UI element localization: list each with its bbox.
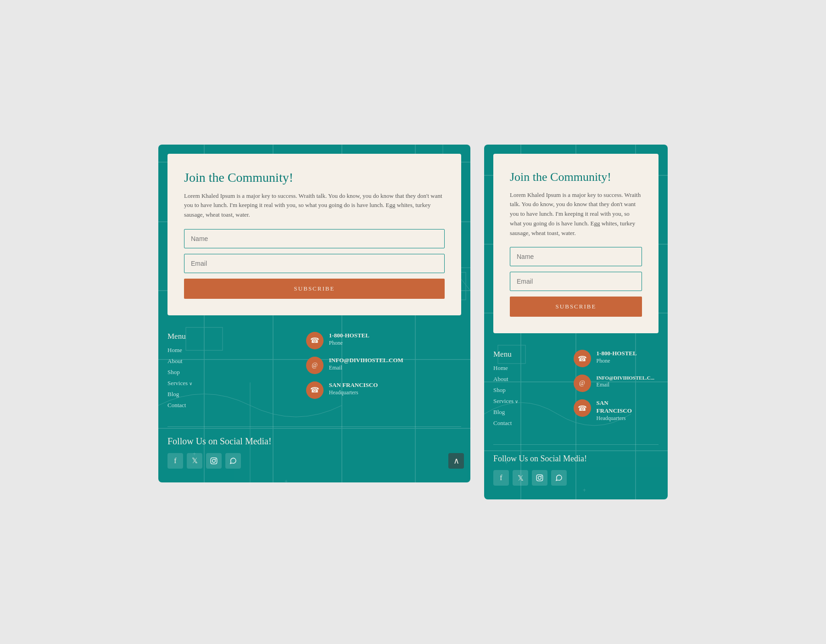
right-menu-blog[interactable]: Blog [493, 409, 564, 416]
left-contact-hq: ☎ SAN FRANCISCO Headquarters [306, 381, 461, 399]
svg-point-36 [538, 476, 541, 480]
right-hq-label: Headquarters [597, 415, 632, 422]
left-email-input[interactable] [184, 254, 445, 273]
right-contact-hq: ☎ SANFRANCISCO Headquarters [574, 399, 659, 422]
left-scroll-top-button[interactable]: ∧ [448, 453, 464, 469]
right-facebook-icon[interactable]: f [493, 470, 509, 486]
left-contact-phone: ☎ 1-800-HOSTEL Phone [306, 332, 461, 349]
left-email-address: INFO@DIVIHOSTEL.COM [329, 357, 403, 364]
right-subscribe-desc: Lorem Khaled Ipsum is a major key to suc… [510, 190, 642, 238]
right-subscribe-card: Join the Community! Lorem Khaled Ipsum i… [493, 154, 659, 334]
right-social-section: Follow Us on Social Media! f 𝕏 [493, 444, 659, 486]
left-subscribe-button[interactable]: SUBSCRIBE [184, 279, 445, 299]
right-contact-col: ☎ 1-800-HOSTEL Phone @ INFO@DIVIHOSTEL.C… [574, 350, 659, 431]
left-email-icon-wrap: @ [306, 357, 324, 374]
right-email-label: Email [597, 381, 654, 388]
left-subscribe-desc: Lorem Khaled Ipsum is a major key to suc… [184, 191, 445, 220]
right-menu-services[interactable]: Services [493, 398, 564, 405]
left-hq-icon-wrap: ☎ [306, 381, 324, 399]
svg-point-21 [215, 459, 216, 459]
right-contact-email: @ INFO@DIVIHOSTEL.C... Email [574, 375, 659, 392]
left-contact-email: @ INFO@DIVIHOSTEL.COM Email [306, 357, 461, 374]
left-email-label: Email [329, 364, 403, 371]
right-menu-col: Menu Home About Shop Services Blog Conta… [493, 350, 564, 431]
right-menu-shop[interactable]: Shop [493, 386, 564, 394]
right-hq-text: SANFRANCISCO Headquarters [597, 399, 632, 422]
right-menu-heading: Menu [493, 350, 564, 359]
right-menu-contact[interactable]: Contact [493, 420, 564, 427]
right-email-address: INFO@DIVIHOSTEL.C... [597, 375, 654, 381]
left-phone-number: 1-800-HOSTEL [329, 332, 369, 340]
left-social-heading: Follow Us on Social Media! [167, 436, 461, 447]
right-instagram-icon[interactable] [532, 470, 547, 486]
left-instagram-icon[interactable] [206, 453, 222, 469]
svg-rect-19 [211, 458, 217, 464]
right-social-icons: f 𝕏 [493, 470, 659, 486]
left-contact-col: ☎ 1-800-HOSTEL Phone @ INFO@DIVIHOSTEL.C… [306, 332, 461, 413]
left-menu-services[interactable]: Services [167, 380, 297, 387]
left-menu-col: Menu Home About Shop Services Blog Conta… [167, 332, 297, 413]
svg-rect-35 [536, 475, 542, 481]
right-contact-phone: ☎ 1-800-HOSTEL Phone [574, 350, 659, 367]
right-phone-frame: + + Join the Community! Lorem Khaled Ips… [484, 145, 668, 500]
right-hq-icon-wrap: ☎ [574, 399, 591, 417]
right-email-input[interactable] [510, 272, 642, 291]
left-footer-cols: Menu Home About Shop Services Blog Conta… [167, 332, 461, 413]
right-email-text: INFO@DIVIHOSTEL.C... Email [597, 375, 654, 388]
left-menu-home[interactable]: Home [167, 347, 297, 354]
left-whatsapp-icon[interactable] [225, 453, 241, 469]
left-hq-city: SAN FRANCISCO [329, 381, 378, 389]
left-social-icons: f 𝕏 [167, 453, 461, 469]
right-panel-content: Join the Community! Lorem Khaled Ipsum i… [484, 145, 668, 500]
left-phone-icon-wrap: ☎ [306, 332, 324, 349]
left-menu-about[interactable]: About [167, 358, 297, 365]
right-phone-icon: ☎ [578, 354, 587, 363]
left-menu-shop[interactable]: Shop [167, 369, 297, 376]
right-menu-about[interactable]: About [493, 375, 564, 383]
left-panel-content: Join the Community! Lorem Khaled Ipsum i… [158, 145, 470, 482]
right-hq-city: SANFRANCISCO [597, 399, 632, 415]
left-hq-label: Headquarters [329, 389, 378, 396]
right-social-heading: Follow Us on Social Media! [493, 454, 659, 464]
right-phone-number: 1-800-HOSTEL [597, 350, 637, 358]
left-phone-icon: ☎ [310, 336, 319, 345]
svg-point-37 [541, 476, 542, 477]
right-phone-text: 1-800-HOSTEL Phone [597, 350, 637, 364]
left-social-section: Follow Us on Social Media! f 𝕏 [167, 426, 461, 469]
left-hq-text: SAN FRANCISCO Headquarters [329, 381, 378, 396]
right-menu-home[interactable]: Home [493, 364, 564, 372]
right-whatsapp-icon[interactable] [551, 470, 567, 486]
left-phone-label: Phone [329, 340, 369, 347]
right-subscribe-title: Join the Community! [510, 170, 642, 184]
left-facebook-icon[interactable]: f [167, 453, 183, 469]
right-email-icon: @ [579, 380, 585, 387]
left-menu-heading: Menu [167, 332, 297, 341]
page-wrapper: + + Join the Community! Lorem Khaled Ips… [9, 145, 817, 500]
right-twitter-icon[interactable]: 𝕏 [513, 470, 528, 486]
right-phone-icon-wrap: ☎ [574, 350, 591, 367]
svg-point-20 [212, 459, 216, 463]
right-name-input[interactable] [510, 247, 642, 266]
left-twitter-icon[interactable]: 𝕏 [187, 453, 202, 469]
left-subscribe-card: Join the Community! Lorem Khaled Ipsum i… [167, 154, 461, 315]
left-email-text: INFO@DIVIHOSTEL.COM Email [329, 357, 403, 371]
right-email-icon-wrap: @ [574, 375, 591, 392]
left-hq-icon: ☎ [310, 386, 319, 394]
right-hq-icon: ☎ [578, 404, 587, 413]
left-name-input[interactable] [184, 229, 445, 248]
left-subscribe-title: Join the Community! [184, 170, 445, 185]
left-menu-contact[interactable]: Contact [167, 402, 297, 409]
left-email-icon: @ [312, 362, 318, 369]
right-subscribe-button[interactable]: SUBSCRIBE [510, 297, 642, 317]
right-phone-label: Phone [597, 358, 637, 364]
right-footer-cols: Menu Home About Shop Services Blog Conta… [493, 350, 659, 431]
left-phone-text: 1-800-HOSTEL Phone [329, 332, 369, 347]
left-phone-frame: + + Join the Community! Lorem Khaled Ips… [158, 145, 470, 482]
left-menu-blog[interactable]: Blog [167, 391, 297, 398]
